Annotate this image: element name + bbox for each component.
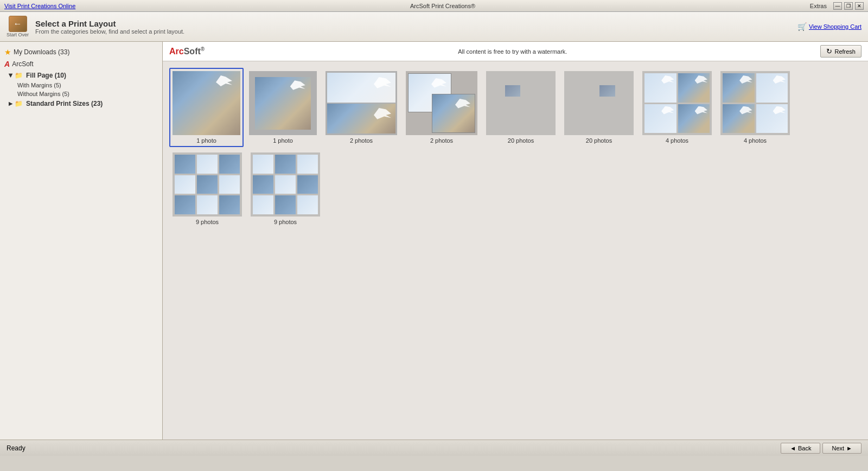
- nav-buttons: ◄ Back Next ►: [781, 443, 861, 454]
- sidebar-item-arcsoft[interactable]: A ArcSoft: [0, 58, 162, 70]
- arcsoft-logo: ArcSoft®: [169, 46, 205, 56]
- status-ready: Ready: [7, 444, 25, 452]
- sidebar-item-my-downloads[interactable]: ★ My Downloads (33): [0, 46, 162, 58]
- layouts-grid: 1 photo 1 photo: [163, 61, 868, 235]
- main-area: ★ My Downloads (33) A ArcSoft ▶ 📁 Fill P…: [0, 42, 868, 440]
- view-cart-link[interactable]: View Shopping Cart: [809, 23, 861, 30]
- layout-thumb: [564, 71, 634, 135]
- sidebar-category-fill-page[interactable]: ▶ 📁 Fill Page (10): [0, 70, 162, 81]
- title-bar-title: ArcSoft Print Creations®: [410, 3, 475, 9]
- header-text: Select a Print Layout From the categorie…: [35, 19, 184, 35]
- back-label: Back: [798, 445, 811, 451]
- title-bar-left: Visit Print Creations Online: [4, 3, 75, 9]
- next-label: Next: [832, 445, 844, 451]
- layout-item-20photos-a[interactable]: 20 photos: [483, 68, 559, 147]
- sidebar-category-standard-print[interactable]: ▶ 📁 Standard Print Sizes (23): [0, 98, 162, 109]
- content-panel: ArcSoft® All content is free to try with…: [163, 42, 868, 440]
- arrow-icon: ▶: [9, 101, 12, 106]
- next-arrow-icon: ►: [846, 445, 852, 451]
- layout-thumb: [486, 71, 556, 135]
- sidebar-category-label: Fill Page (10): [26, 72, 66, 79]
- status-bar: Ready ◄ Back Next ►: [0, 440, 868, 456]
- layout-label: 9 photos: [274, 219, 297, 225]
- layout-thumb: [251, 152, 320, 217]
- next-button[interactable]: Next ►: [822, 443, 861, 454]
- sidebar-item-label: With Margins (5): [17, 82, 61, 88]
- layout-item-9photos-b[interactable]: 9 photos: [247, 149, 323, 228]
- layout-thumb: [249, 71, 317, 135]
- arrow-icon: ▶: [8, 74, 14, 78]
- title-bar-visit-link[interactable]: Visit Print Creations Online: [4, 3, 75, 9]
- layout-thumb: [173, 152, 242, 217]
- back-arrow-icon: ◄: [790, 445, 796, 451]
- layout-item-2photos-a[interactable]: 2 photos: [322, 68, 400, 147]
- sidebar: ★ My Downloads (33) A ArcSoft ▶ 📁 Fill P…: [0, 42, 163, 440]
- layout-label: 2 photos: [430, 137, 453, 144]
- layout-thumb: [720, 71, 790, 135]
- sidebar-item-label: My Downloads (33): [14, 48, 69, 56]
- sidebar-category-label: Standard Print Sizes (23): [26, 100, 103, 107]
- layout-label: 4 photos: [666, 137, 688, 144]
- sidebar-item-without-margins[interactable]: Without Margins (5): [0, 90, 162, 98]
- refresh-button[interactable]: ↻ Refresh: [820, 45, 861, 58]
- layout-item-2photos-b[interactable]: 2 photos: [403, 68, 481, 147]
- back-button-area[interactable]: ← Start Over: [7, 16, 29, 37]
- content-header: ArcSoft® All content is free to try with…: [163, 42, 868, 61]
- extras-label: Extras: [810, 3, 827, 9]
- layout-label: 2 photos: [350, 137, 373, 144]
- header-strip: ← Start Over Select a Print Layout From …: [0, 12, 868, 42]
- layout-label: 20 photos: [508, 137, 534, 144]
- close-button[interactable]: ✕: [855, 2, 864, 10]
- layout-label: 1 photo: [196, 137, 216, 144]
- layout-label: 1 photo: [273, 137, 293, 144]
- layout-item-4photos-a[interactable]: 4 photos: [639, 68, 715, 147]
- layout-thumb: [406, 71, 477, 135]
- layout-item-4photos-b[interactable]: 4 photos: [717, 68, 793, 147]
- minimize-button[interactable]: —: [833, 2, 842, 10]
- layout-item-1photo-selected[interactable]: 1 photo: [169, 68, 244, 147]
- layout-label: 9 photos: [196, 219, 219, 225]
- refresh-icon: ↻: [826, 47, 832, 55]
- start-over-label: Start Over: [7, 32, 29, 37]
- layout-thumb: [173, 71, 240, 135]
- layout-item-1photo-2[interactable]: 1 photo: [246, 68, 320, 147]
- layout-thumb: [326, 71, 397, 135]
- refresh-label: Refresh: [834, 48, 856, 55]
- sidebar-item-label: Without Margins (5): [17, 91, 69, 97]
- photo-cell: [327, 104, 395, 133]
- view-cart-area[interactable]: 🛒 View Shopping Cart: [797, 22, 861, 31]
- arcsoft-logo-text: ArcSoft®: [169, 46, 205, 56]
- star-icon: ★: [4, 48, 11, 56]
- sidebar-item-with-margins[interactable]: With Margins (5): [0, 81, 162, 90]
- title-bar-controls: Extras — ❐ ✕: [810, 2, 864, 10]
- title-bar: Visit Print Creations Online ArcSoft Pri…: [0, 0, 868, 12]
- page-subtitle: From the categories below, find and sele…: [35, 28, 184, 35]
- layout-label: 4 photos: [744, 137, 767, 144]
- layout-thumb: [642, 71, 712, 135]
- layout-item-9photos-a[interactable]: 9 photos: [169, 149, 245, 228]
- arcsoft-icon: A: [4, 60, 10, 68]
- bird-overlay: [290, 80, 305, 92]
- sidebar-item-label: ArcSoft: [12, 60, 33, 68]
- restore-button[interactable]: ❐: [844, 2, 853, 10]
- layout-label: 20 photos: [586, 137, 612, 144]
- page-title: Select a Print Layout: [35, 19, 184, 28]
- layout-item-20photos-b[interactable]: 20 photos: [561, 68, 637, 147]
- photo-cell: [327, 73, 395, 103]
- back-button[interactable]: ◄ Back: [781, 443, 820, 454]
- photo-preview: [255, 77, 311, 130]
- watermark-notice: All content is free to try with a waterm…: [458, 48, 567, 55]
